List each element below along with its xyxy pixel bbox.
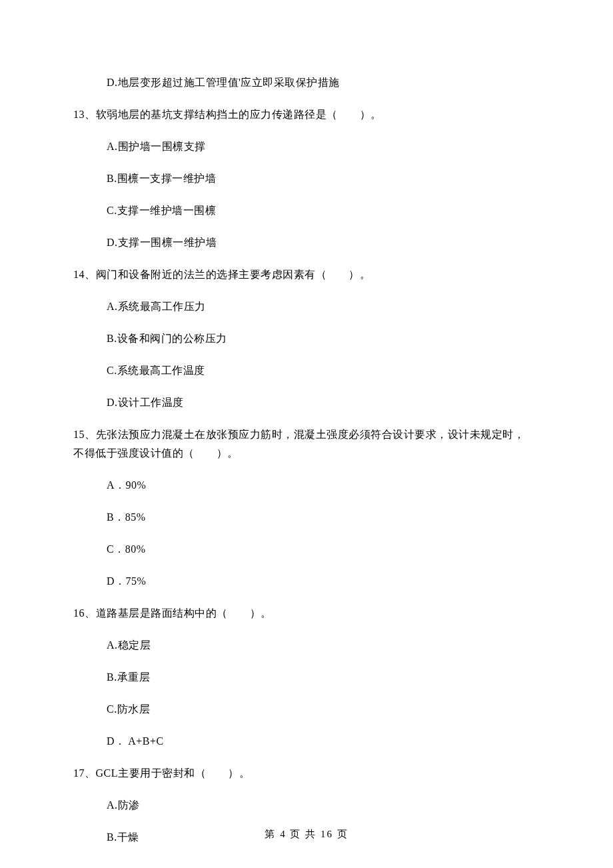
question-16-option-c: C.防水层 xyxy=(107,701,540,717)
question-16-stem: 16、道路基层是路面结构中的（ ）。 xyxy=(73,605,540,621)
question-13-option-b: B.围檩一支撑一维护墙 xyxy=(107,171,540,187)
question-16-option-b: B.承重层 xyxy=(107,669,540,685)
question-15-option-d: D．75% xyxy=(107,573,540,589)
question-15-stem-line1: 15、先张法预应力混凝土在放张预应力筋时，混凝土强度必须符合设计要求，设计未规定… xyxy=(73,427,540,443)
question-15-stem-line2: 不得低于强度设计值的（ ）。 xyxy=(73,445,540,461)
question-17-stem: 17、GCL主要用于密封和（ ）。 xyxy=(73,765,540,781)
question-15-option-c: C．80% xyxy=(107,541,540,557)
option-d-orphan: D.地层变形超过施工管理值'应立即采取保护措施 xyxy=(107,75,540,91)
question-13-stem: 13、软弱地层的基坑支撑结构挡土的应力传递路径是（ ）。 xyxy=(73,107,540,123)
question-14-option-a: A.系统最高工作压力 xyxy=(107,299,540,315)
question-14-option-c: C.系统最高工作温度 xyxy=(107,363,540,379)
question-13-option-d: D.支撑一围檩一维护墙 xyxy=(107,235,540,251)
question-13-option-c: C.支撑一维护墙一围檩 xyxy=(107,203,540,219)
question-16-option-a: A.稳定层 xyxy=(107,637,540,653)
page-content: D.地层变形超过施工管理值'应立即采取保护措施 13、软弱地层的基坑支撑结构挡土… xyxy=(0,0,613,845)
question-14-option-b: B.设备和阀门的公称压力 xyxy=(107,331,540,347)
question-14-stem: 14、阀门和设备附近的法兰的选择主要考虑因素有（ ）。 xyxy=(73,267,540,283)
question-17-option-a: A.防渗 xyxy=(107,797,540,813)
question-13-option-a: A.围护墙一围檩支撑 xyxy=(107,139,540,155)
question-16-option-d: D． A+B+C xyxy=(107,733,540,749)
page-footer: 第 4 页 共 16 页 xyxy=(0,827,613,842)
question-15-option-a: A．90% xyxy=(107,477,540,493)
question-15-option-b: B．85% xyxy=(107,509,540,525)
question-14-option-d: D.设计工作温度 xyxy=(107,395,540,411)
